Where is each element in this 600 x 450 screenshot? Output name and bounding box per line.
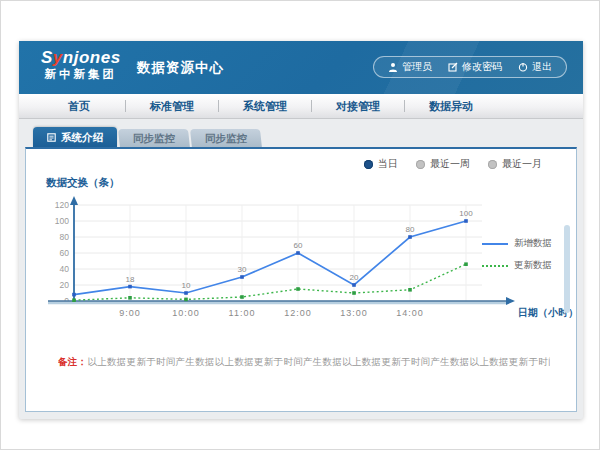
svg-text:100: 100	[459, 209, 473, 218]
svg-text:120: 120	[55, 200, 69, 210]
time-range-filter: 当日 最近一周 最近一月	[364, 157, 542, 171]
legend-label: 新增数据	[514, 237, 552, 250]
footnote: 备注：以上数据更新于时间产生数据以上数据更新于时间产生数据以上数据更新于时间产生…	[58, 356, 550, 369]
admin-user-button[interactable]: 管理员	[388, 60, 432, 74]
svg-text:20: 20	[350, 273, 359, 282]
tab-label: 系统介绍	[61, 131, 103, 145]
radio-label: 当日	[378, 157, 398, 171]
tab-sync-monitor-2[interactable]: 同步监控	[190, 129, 262, 148]
svg-text:100: 100	[55, 216, 69, 226]
svg-text:14:00: 14:00	[396, 308, 424, 318]
svg-text:60: 60	[294, 241, 303, 250]
brand-logo-text: Synjones	[41, 48, 121, 67]
tab-label: 同步监控	[133, 132, 175, 146]
svg-text:60: 60	[60, 248, 70, 258]
legend-label: 更新数据	[514, 259, 552, 272]
radio-unselected-icon	[416, 160, 425, 169]
tab-system-intro[interactable]: 系统介绍	[33, 127, 117, 148]
svg-text:9:00: 9:00	[119, 308, 141, 318]
svg-text:13:00: 13:00	[340, 308, 368, 318]
chart-y-axis-title: 数据交换（条）	[46, 176, 120, 190]
nav-item-standard-mgmt[interactable]: 标准管理	[126, 99, 218, 114]
radio-selected-icon	[364, 160, 373, 169]
radio-unselected-icon	[488, 160, 497, 169]
svg-text:30: 30	[238, 265, 247, 274]
user-toolbar: 管理员 修改密码 退出	[373, 56, 567, 78]
admin-user-label: 管理员	[402, 60, 432, 74]
app-header: Synjones 新中新集团 数据资源中心 管理员 修改密码 退出	[19, 41, 583, 94]
chart-legend: 新增数据 更新数据	[482, 237, 552, 272]
footnote-prefix: 备注：	[58, 356, 87, 367]
nav-item-data-change[interactable]: 数据异动	[405, 99, 497, 114]
brand-logo-subtext: 新中新集团	[41, 67, 121, 81]
svg-text:11:00: 11:00	[229, 308, 256, 318]
power-icon	[518, 62, 528, 72]
screenshot-canvas: Synjones 新中新集团 数据资源中心 管理员 修改密码 退出	[0, 0, 600, 450]
tab-sync-monitor-1[interactable]: 同步监控	[118, 129, 190, 148]
page-title: 数据资源中心	[137, 59, 224, 77]
nav-item-home[interactable]: 首页	[33, 99, 125, 114]
svg-text:18: 18	[126, 275, 135, 284]
content-panel: 当日 最近一周 最近一月 数据交换（条） 0204060801001201810…	[25, 147, 577, 412]
svg-text:20: 20	[60, 280, 70, 290]
logout-label: 退出	[532, 60, 552, 74]
solid-line-swatch	[482, 243, 508, 245]
user-icon	[388, 62, 398, 72]
main-nav: 首页 标准管理 系统管理 对接管理 数据异动	[19, 94, 583, 119]
svg-text:80: 80	[60, 232, 70, 242]
svg-text:10: 10	[182, 281, 191, 290]
legend-item-new-data: 新增数据	[482, 237, 552, 250]
logo-accent: y	[53, 48, 63, 67]
nav-item-interface-mgmt[interactable]: 对接管理	[312, 99, 404, 114]
edit-icon	[448, 62, 458, 72]
nav-item-system-mgmt[interactable]: 系统管理	[219, 99, 311, 114]
radio-today[interactable]: 当日	[364, 157, 398, 171]
logout-button[interactable]: 退出	[518, 60, 552, 74]
radio-label: 最近一月	[502, 157, 542, 171]
panel-scrollbar-thumb[interactable]	[564, 225, 570, 313]
document-icon	[47, 132, 56, 144]
svg-text:40: 40	[60, 264, 70, 274]
tab-bar: 系统介绍 同步监控 同步监控	[33, 127, 261, 148]
legend-item-updated-data: 更新数据	[482, 259, 552, 272]
svg-text:10:00: 10:00	[172, 308, 200, 318]
brand-logo: Synjones 新中新集团	[41, 48, 121, 81]
radio-label: 最近一周	[430, 157, 470, 171]
svg-text:80: 80	[406, 225, 415, 234]
change-password-label: 修改密码	[462, 60, 502, 74]
tab-label: 同步监控	[205, 132, 247, 146]
dotted-line-swatch	[482, 265, 508, 267]
change-password-button[interactable]: 修改密码	[448, 60, 502, 74]
radio-last-week[interactable]: 最近一周	[416, 157, 470, 171]
app-window: Synjones 新中新集团 数据资源中心 管理员 修改密码 退出	[19, 41, 583, 419]
radio-last-month[interactable]: 最近一月	[488, 157, 542, 171]
svg-text:12:00: 12:00	[284, 308, 312, 318]
footnote-text: 以上数据更新于时间产生数据以上数据更新于时间产生数据以上数据更新于时间产生数据以…	[87, 356, 550, 367]
